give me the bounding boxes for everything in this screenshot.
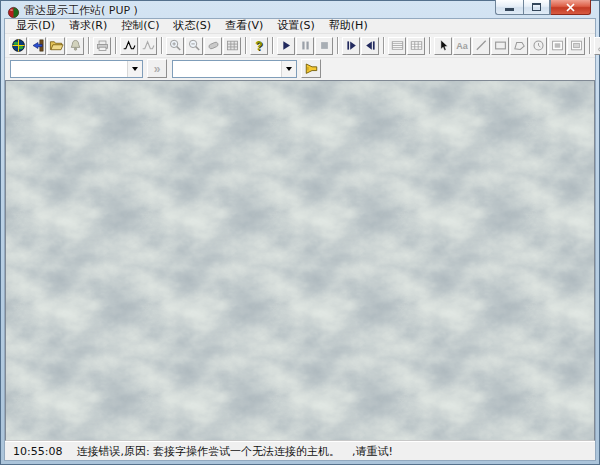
toolbar-separator <box>88 37 90 54</box>
combo-dropdown-button[interactable] <box>127 61 142 77</box>
eraser-icon <box>206 38 221 53</box>
printer-icon <box>95 38 110 53</box>
stop-button[interactable] <box>315 37 333 55</box>
close-icon <box>566 3 575 12</box>
toolbar-separator <box>115 37 117 54</box>
cut-button[interactable] <box>594 37 600 55</box>
menu-item-status[interactable]: 状态(S) <box>167 19 219 33</box>
minimize-button[interactable] <box>495 0 523 15</box>
combo-arrow-icon <box>286 67 292 71</box>
maximize-icon <box>532 3 541 11</box>
filter-combobox-1-input[interactable] <box>11 61 127 77</box>
title-bar[interactable]: 雷达显示工作站( PUP ) <box>4 1 596 18</box>
double-chevron-icon: » <box>154 62 161 76</box>
table-rows-button[interactable] <box>388 37 406 55</box>
clock-tool-button[interactable] <box>529 37 547 55</box>
rectangle-icon <box>493 38 508 53</box>
filter-toolbar: » <box>5 58 595 80</box>
play-icon <box>279 38 294 53</box>
magnifier-minus-icon <box>187 38 202 53</box>
play-button[interactable] <box>277 37 295 55</box>
zoom-in-button[interactable] <box>166 37 184 55</box>
eraser-button[interactable] <box>204 37 222 55</box>
window-title: 雷达显示工作站( PUP ) <box>24 3 138 18</box>
pause-button[interactable] <box>296 37 314 55</box>
scissors-icon <box>596 38 600 53</box>
connect-button[interactable] <box>28 37 46 55</box>
open-button[interactable] <box>47 37 65 55</box>
filled-cell-icon <box>569 38 584 53</box>
text-Aa-icon: Aa <box>456 39 468 53</box>
waveform-off-button[interactable] <box>139 37 157 55</box>
horn-icon <box>304 61 319 76</box>
pause-icon <box>298 38 313 53</box>
status-bar: 10:55:08 连接错误,原因: 套接字操作尝试一个无法连接的主机。 ,请重试… <box>5 441 595 460</box>
app-icon <box>7 4 20 17</box>
combo-dropdown-button[interactable] <box>281 61 296 77</box>
menu-item-view[interactable]: 查看(V) <box>218 19 270 33</box>
toolbar-separator <box>245 37 247 54</box>
cell-fill-button-2[interactable] <box>567 37 585 55</box>
status-error-message: 连接错误,原因: 套接字操作尝试一个无法连接的主机。 <box>76 444 340 459</box>
window-body: 显示(D) 请求(R) 控制(C) 状态(S) 查看(V) 设置(S) 帮助(H… <box>4 18 596 461</box>
bell-icon <box>68 38 83 53</box>
menu-item-control[interactable]: 控制(C) <box>114 19 166 33</box>
zigzag-gray-icon <box>141 38 156 53</box>
menu-item-request[interactable]: 请求(R) <box>62 19 114 33</box>
main-toolbar: ? <box>5 34 595 58</box>
zigzag-icon <box>122 38 137 53</box>
radar-display-canvas[interactable] <box>5 80 595 441</box>
table-rows-icon <box>390 38 405 53</box>
status-retry-message: ,请重试! <box>352 444 393 459</box>
expand-button[interactable]: » <box>147 59 167 78</box>
line-icon <box>474 38 489 53</box>
cell-fill-button-1[interactable] <box>548 37 566 55</box>
globe-radar-icon <box>11 38 26 53</box>
minimize-icon <box>505 8 514 11</box>
stop-icon <box>317 38 332 53</box>
menu-item-help[interactable]: 帮助(H) <box>322 19 375 33</box>
alarm-button[interactable] <box>66 37 84 55</box>
filter-combobox-2-input[interactable] <box>173 61 281 77</box>
step-forward-icon <box>344 38 359 53</box>
waveform-button[interactable] <box>120 37 138 55</box>
toolbar-separator <box>589 37 591 54</box>
filter-combobox-2[interactable] <box>172 60 297 78</box>
menu-bar: 显示(D) 请求(R) 控制(C) 状态(S) 查看(V) 设置(S) 帮助(H… <box>5 19 595 34</box>
help-button[interactable]: ? <box>250 37 268 55</box>
step-forward-button[interactable] <box>342 37 360 55</box>
zoom-out-button[interactable] <box>185 37 203 55</box>
polygon-icon <box>512 38 527 53</box>
caption-buttons <box>495 0 591 15</box>
clock-icon <box>531 38 546 53</box>
menu-item-settings[interactable]: 设置(S) <box>270 19 322 33</box>
close-button[interactable] <box>550 0 591 15</box>
toolbar-separator <box>272 37 274 54</box>
print-button[interactable] <box>93 37 111 55</box>
magnifier-plus-icon <box>168 38 183 53</box>
announce-button[interactable] <box>301 59 321 78</box>
table-columns-button[interactable] <box>407 37 425 55</box>
app-window: 雷达显示工作站( PUP ) 显示(D) 请求(R) 控制(C) 状态(S) 查… <box>0 0 600 465</box>
display-button[interactable] <box>9 37 27 55</box>
menu-item-display[interactable]: 显示(D) <box>9 19 62 33</box>
rect-tool-button[interactable] <box>491 37 509 55</box>
status-time: 10:55:08 <box>13 445 62 458</box>
toolbar-separator <box>383 37 385 54</box>
grid-button[interactable] <box>223 37 241 55</box>
filled-cell-icon <box>550 38 565 53</box>
line-tool-button[interactable] <box>472 37 490 55</box>
combo-arrow-icon <box>132 67 138 71</box>
question-mark-icon: ? <box>255 39 262 53</box>
step-back-icon <box>363 38 378 53</box>
step-back-button[interactable] <box>361 37 379 55</box>
cursor-button[interactable] <box>434 37 452 55</box>
table-columns-icon <box>409 38 424 53</box>
connect-arrow-icon <box>30 38 45 53</box>
maximize-button[interactable] <box>523 0 550 15</box>
filter-combobox-1[interactable] <box>10 60 143 78</box>
toolbar-separator <box>337 37 339 54</box>
cursor-arrow-icon <box>436 38 451 53</box>
polygon-tool-button[interactable] <box>510 37 528 55</box>
text-tool-button[interactable]: Aa <box>453 37 471 55</box>
